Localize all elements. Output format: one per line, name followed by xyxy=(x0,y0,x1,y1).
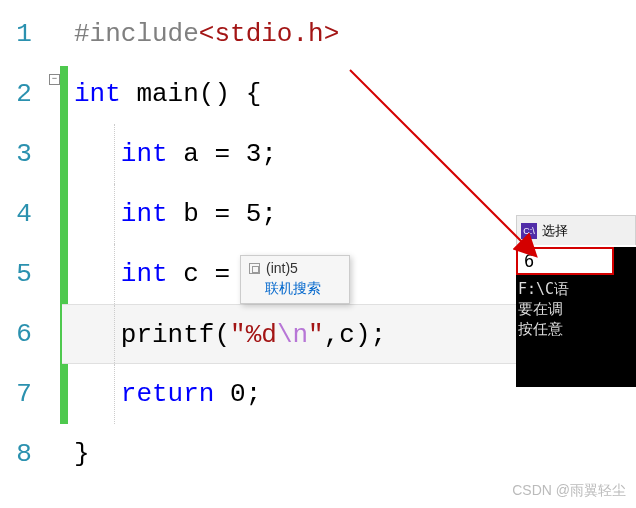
keyword: int xyxy=(121,199,168,229)
editor-margin: − xyxy=(48,0,62,508)
line-number: 5 xyxy=(0,244,48,304)
identifier: main xyxy=(121,79,199,109)
number-literal: 5 xyxy=(246,199,262,229)
data-tip-value: (int)5 xyxy=(266,260,298,276)
keyword: int xyxy=(74,79,121,109)
keyword: int xyxy=(121,139,168,169)
brace: } xyxy=(74,439,90,469)
number-literal: 0 xyxy=(230,379,246,409)
console-window[interactable]: C:\ 选择 6 F:\C语 要在调 按任意 xyxy=(516,215,636,387)
line-number: 2 xyxy=(0,64,48,124)
escape-sequence: \n xyxy=(277,320,308,350)
preprocessor-directive: #include xyxy=(74,19,199,49)
console-line: 要在调 xyxy=(518,299,636,319)
console-title-text: 选择 xyxy=(542,222,568,240)
line-number-gutter: 1 2 3 4 5 6 7 8 xyxy=(0,0,48,508)
console-titlebar[interactable]: C:\ 选择 xyxy=(516,215,636,245)
number-literal: 3 xyxy=(246,139,262,169)
line-number: 7 xyxy=(0,364,48,424)
fold-collapse-icon[interactable]: − xyxy=(49,74,60,85)
keyword: return xyxy=(121,379,215,409)
code-line[interactable]: #include<stdio.h> xyxy=(62,4,636,64)
debug-data-tip[interactable]: (int)5 联机搜索 xyxy=(240,255,350,304)
keyword: int xyxy=(121,259,168,289)
console-output-highlight: 6 xyxy=(516,247,614,275)
line-number: 3 xyxy=(0,124,48,184)
console-body[interactable]: 6 F:\C语 要在调 按任意 xyxy=(516,247,636,387)
line-number: 1 xyxy=(0,4,48,64)
console-line: 按任意 xyxy=(518,319,636,339)
line-number: 4 xyxy=(0,184,48,244)
punctuation: () { xyxy=(199,79,261,109)
line-number: 6 xyxy=(0,304,48,364)
preprocessor-header: <stdio.h> xyxy=(199,19,339,49)
watermark: CSDN @雨翼轻尘 xyxy=(512,482,626,500)
string-literal: %d xyxy=(246,320,277,350)
console-output-value: 6 xyxy=(524,251,534,271)
line-number: 8 xyxy=(0,424,48,484)
code-line[interactable]: } xyxy=(62,424,636,484)
console-text: F:\C语 要在调 按任意 xyxy=(516,279,636,339)
identifier: printf xyxy=(121,320,215,350)
code-line[interactable]: int a = 3; xyxy=(62,124,636,184)
console-app-icon: C:\ xyxy=(521,223,537,239)
console-line: F:\C语 xyxy=(518,279,636,299)
data-tip-value-row: (int)5 xyxy=(241,256,349,278)
variable-icon xyxy=(249,263,260,274)
online-search-link[interactable]: 联机搜索 xyxy=(241,278,349,303)
code-line[interactable]: int main() { xyxy=(62,64,636,124)
